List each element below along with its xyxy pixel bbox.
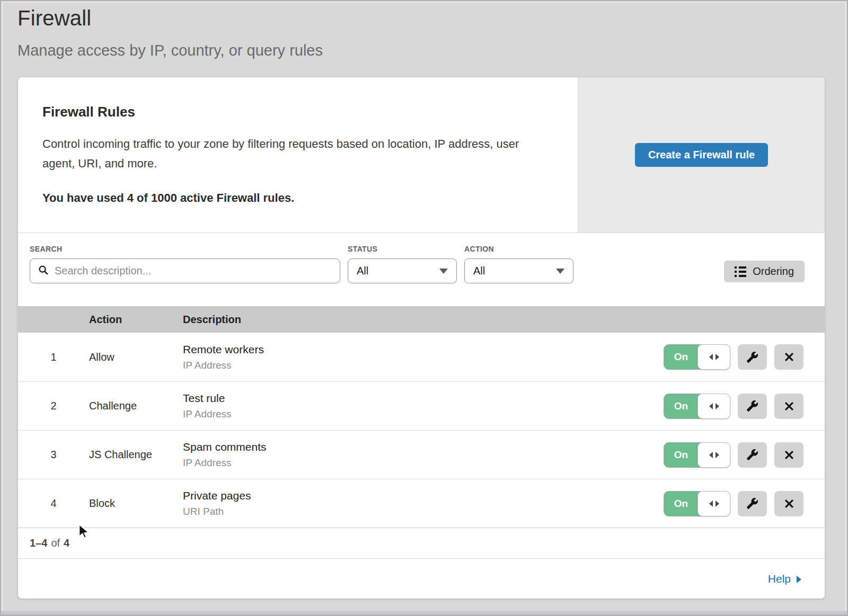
create-firewall-rule-button[interactable]: Create a Firewall rule bbox=[635, 143, 768, 167]
chevron-down-icon bbox=[439, 269, 448, 274]
rule-row: 4 Block Private pages URI Path On bbox=[18, 479, 825, 528]
toggle-on-label: On bbox=[664, 345, 698, 369]
arrow-right-icon bbox=[716, 403, 719, 409]
toggle-knob[interactable] bbox=[697, 442, 730, 468]
close-icon bbox=[783, 351, 795, 363]
status-filter-group: STATUS All bbox=[348, 245, 457, 283]
action-filter-group: ACTION All bbox=[464, 245, 573, 283]
create-rule-panel: Create a Firewall rule bbox=[578, 77, 825, 233]
arrow-left-icon bbox=[709, 354, 713, 360]
rule-row: 1 Allow Remote workers IP Address On bbox=[18, 333, 825, 381]
rule-action: Allow bbox=[89, 351, 183, 363]
page-subtitle: Manage access by IP, country, or query r… bbox=[17, 42, 847, 59]
search-input[interactable] bbox=[55, 265, 332, 277]
arrow-right-icon bbox=[797, 576, 801, 583]
intro-description: Control incoming traffic to your zone by… bbox=[42, 134, 546, 173]
rule-enabled-toggle[interactable]: On bbox=[664, 442, 730, 468]
help-bar: Help bbox=[18, 558, 825, 599]
rule-controls: On bbox=[664, 491, 803, 516]
delete-rule-button[interactable] bbox=[774, 394, 803, 419]
rule-enabled-toggle[interactable]: On bbox=[664, 394, 730, 419]
search-icon bbox=[38, 264, 49, 278]
card-intro-section: Firewall Rules Control incoming traffic … bbox=[18, 77, 825, 233]
edit-rule-button[interactable] bbox=[738, 394, 767, 419]
toggle-knob[interactable] bbox=[697, 394, 730, 419]
ordering-button[interactable]: Ordering bbox=[724, 261, 805, 282]
rule-priority: 4 bbox=[18, 497, 89, 510]
arrow-left-icon bbox=[709, 403, 713, 409]
rule-match-type: IP Address bbox=[183, 457, 664, 469]
rule-row: 2 Challenge Test rule IP Address On bbox=[18, 381, 825, 430]
rule-description: Test rule bbox=[183, 392, 664, 405]
delete-rule-button[interactable] bbox=[774, 491, 803, 516]
delete-rule-button[interactable] bbox=[774, 344, 803, 370]
pagination-bar: 1–4 of 4 bbox=[18, 528, 825, 558]
window-bottom-edge bbox=[1, 611, 847, 615]
toggle-knob[interactable] bbox=[697, 344, 730, 370]
edit-rule-button[interactable] bbox=[738, 442, 767, 468]
toggle-on-label: On bbox=[664, 492, 698, 516]
toggle-knob[interactable] bbox=[697, 491, 730, 516]
action-select-value: All bbox=[473, 265, 485, 277]
rules-table-body: 1 Allow Remote workers IP Address On bbox=[18, 333, 825, 528]
rule-action: Challenge bbox=[89, 400, 183, 412]
close-icon bbox=[783, 498, 795, 510]
filters-bar: SEARCH STATUS All bbox=[18, 233, 825, 306]
rule-enabled-toggle[interactable]: On bbox=[664, 344, 730, 370]
intro-heading: Firewall Rules bbox=[42, 104, 546, 120]
wrench-icon bbox=[746, 351, 758, 363]
search-box[interactable] bbox=[30, 258, 340, 283]
wrench-icon bbox=[746, 449, 758, 461]
rule-enabled-toggle[interactable]: On bbox=[664, 491, 730, 516]
ordered-list-icon bbox=[735, 266, 746, 277]
action-column-header: Action bbox=[89, 314, 183, 326]
search-label: SEARCH bbox=[30, 245, 340, 253]
arrow-left-icon bbox=[709, 452, 713, 458]
action-label: ACTION bbox=[464, 245, 573, 253]
close-icon bbox=[783, 449, 795, 461]
toggle-on-label: On bbox=[664, 394, 698, 418]
edit-rule-button[interactable] bbox=[738, 344, 767, 370]
pagination-range: 1–4 bbox=[30, 537, 47, 549]
rule-action: Block bbox=[89, 497, 183, 510]
rule-controls: On bbox=[664, 394, 803, 419]
rule-description-cell: Remote workers IP Address bbox=[183, 343, 664, 371]
rules-table-header: Action Description bbox=[18, 306, 825, 333]
help-link[interactable]: Help bbox=[768, 573, 801, 585]
action-select[interactable]: All bbox=[464, 258, 573, 283]
description-column-header: Description bbox=[183, 314, 825, 326]
intro-text-block: Firewall Rules Control incoming traffic … bbox=[18, 77, 578, 233]
rule-row: 3 JS Challenge Spam comments IP Address … bbox=[18, 430, 825, 479]
firewall-page: Firewall Manage access by IP, country, o… bbox=[0, 0, 848, 616]
close-icon bbox=[783, 400, 795, 412]
status-select-value: All bbox=[357, 265, 368, 277]
rule-action: JS Challenge bbox=[89, 449, 183, 461]
rule-priority: 1 bbox=[18, 351, 89, 363]
status-label: STATUS bbox=[348, 245, 457, 253]
rule-match-type: IP Address bbox=[183, 408, 664, 420]
rule-priority: 3 bbox=[18, 449, 89, 461]
usage-summary: You have used 4 of 1000 active Firewall … bbox=[42, 191, 546, 205]
arrow-left-icon bbox=[709, 501, 713, 507]
status-select[interactable]: All bbox=[348, 258, 457, 283]
ordering-button-label: Ordering bbox=[753, 265, 794, 278]
rule-description-cell: Private pages URI Path bbox=[183, 489, 664, 517]
rule-description-cell: Spam comments IP Address bbox=[183, 441, 664, 469]
page-title: Firewall bbox=[17, 6, 847, 30]
pagination-total: 4 bbox=[64, 537, 69, 549]
rule-match-type: URI Path bbox=[183, 506, 664, 517]
arrow-right-icon bbox=[716, 452, 719, 458]
search-filter-group: SEARCH bbox=[30, 245, 340, 283]
rule-description-cell: Test rule IP Address bbox=[183, 392, 664, 420]
help-link-label: Help bbox=[768, 573, 791, 585]
firewall-rules-card: Firewall Rules Control incoming traffic … bbox=[17, 77, 825, 599]
rule-description: Spam comments bbox=[183, 441, 664, 453]
delete-rule-button[interactable] bbox=[774, 442, 803, 468]
wrench-icon bbox=[746, 400, 758, 412]
arrow-right-icon bbox=[716, 501, 719, 507]
edit-rule-button[interactable] bbox=[738, 491, 767, 516]
page-header: Firewall Manage access by IP, country, o… bbox=[1, 1, 847, 59]
rule-description: Remote workers bbox=[183, 343, 664, 356]
rule-controls: On bbox=[664, 344, 803, 370]
wrench-icon bbox=[746, 497, 758, 510]
